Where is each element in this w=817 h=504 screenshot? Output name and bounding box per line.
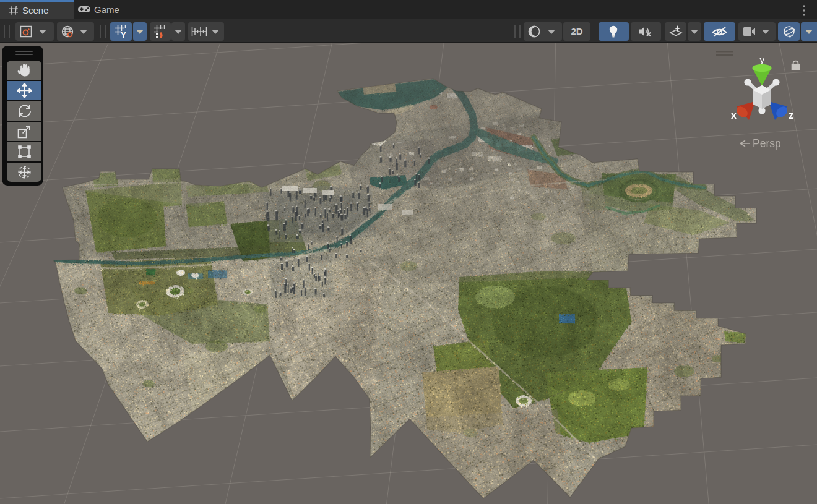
svg-text:y: y — [759, 54, 765, 66]
svg-text:Y: Y — [121, 30, 126, 39]
svg-text:x: x — [731, 110, 737, 121]
svg-text:z: z — [789, 110, 793, 121]
svg-text:Persp: Persp — [753, 137, 781, 150]
